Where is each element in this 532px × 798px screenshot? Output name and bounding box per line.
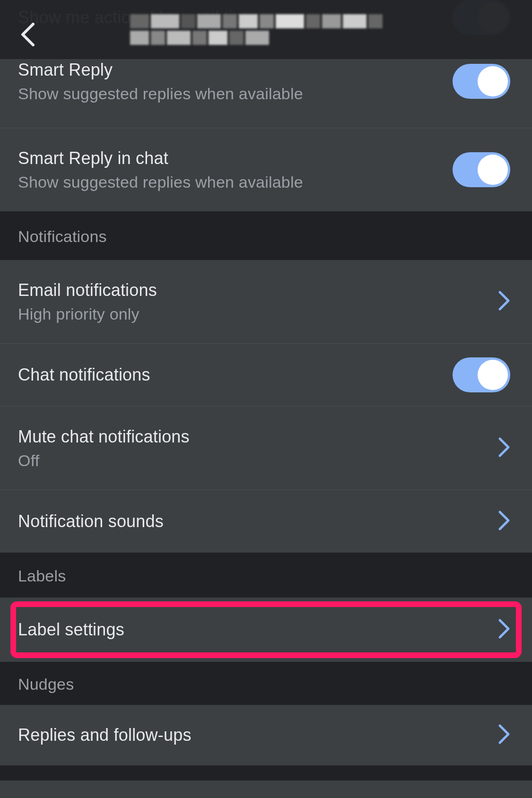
section-title: Labels [18,567,66,585]
smart-reply-chat-toggle[interactable] [453,152,510,187]
setting-title: Mute chat notifications [18,427,498,447]
setting-subtitle: Show suggested replies when available [18,85,453,103]
setting-title: Replies and follow-ups [18,725,498,745]
smart-reply-toggle[interactable] [453,64,510,99]
section-title: Notifications [18,227,107,245]
row-email-notifications[interactable]: Email notifications High priority only [0,260,532,344]
chevron-right-icon [498,510,511,533]
row-smart-reply-chat[interactable]: Smart Reply in chat Show suggested repli… [0,128,532,211]
setting-title: Smart Reply in chat [18,148,453,168]
row-label-settings[interactable]: Label settings [0,598,532,662]
section-labels: Labels [0,553,532,598]
setting-subtitle: Show suggested replies when available [18,173,453,191]
setting-title: Notification sounds [18,512,498,531]
setting-title: Label settings [18,620,498,640]
back-button[interactable] [19,21,38,50]
setting-title: Email notifications [18,280,498,300]
row-mute-chat[interactable]: Mute chat notifications Off [0,407,532,490]
chevron-right-icon [498,618,511,641]
section-title: Nudges [18,675,74,693]
setting-title: Chat notifications [18,365,453,385]
nav-bar [0,0,532,59]
section-nudges: Nudges [0,662,532,705]
setting-subtitle: Off [18,451,498,470]
setting-title: Smart Reply [18,60,453,80]
section-notifications: Notifications [0,211,532,260]
setting-subtitle: High priority only [18,305,498,323]
row-notification-sounds[interactable]: Notification sounds [0,490,532,553]
chevron-right-icon [498,290,511,313]
redacted-title [129,13,403,46]
chevron-right-icon [498,437,511,460]
chat-notifications-toggle[interactable] [453,357,510,392]
spacer [0,765,532,781]
row-replies-followups[interactable]: Replies and follow-ups [0,705,532,765]
row-chat-notifications[interactable]: Chat notifications [0,344,532,407]
chevron-right-icon [498,724,511,746]
